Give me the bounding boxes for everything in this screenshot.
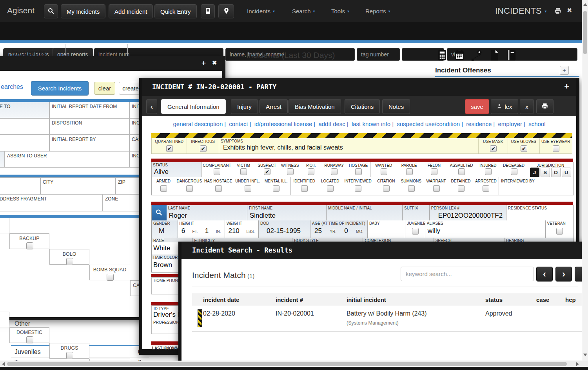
checkbox[interactable] <box>245 185 251 192</box>
link-id-professional-license[interactable]: id/professional license <box>254 121 312 127</box>
module-switcher[interactable]: INCIDENTS▾ <box>495 6 547 16</box>
checkbox[interactable] <box>355 185 361 192</box>
person-lex-field[interactable]: PERSON LEX #EP012OO200000TF2 <box>430 205 506 221</box>
form-field-address-fragment[interactable]: DDRESS FRAGMENT <box>0 194 103 211</box>
middle-name-field[interactable]: MIDDLE NAME / INITIAL <box>327 205 403 221</box>
keyword-search-input[interactable] <box>401 267 534 281</box>
checkbox[interactable] <box>215 185 222 192</box>
tab-injury[interactable]: Injury <box>231 99 258 114</box>
residence-status-field[interactable]: RESIDENCE STATUS <box>506 205 573 221</box>
checkbox[interactable] <box>26 336 33 343</box>
checkbox[interactable] <box>273 185 279 192</box>
checkbox[interactable] <box>521 145 527 152</box>
add-incident-button[interactable]: Add Incident <box>109 4 153 18</box>
checkbox[interactable] <box>264 168 270 175</box>
other-section-label[interactable]: Other <box>15 320 30 327</box>
link-school[interactable]: school <box>528 121 545 127</box>
print-party-button[interactable] <box>536 99 554 114</box>
user-button[interactable]: lex <box>491 99 518 114</box>
form-field[interactable] <box>0 177 40 194</box>
form-field[interactable]: E TO <box>0 102 49 118</box>
print-button[interactable] <box>554 7 562 16</box>
expand-icon[interactable]: + <box>564 81 569 92</box>
checkbox[interactable] <box>556 228 563 235</box>
checkbox[interactable] <box>240 168 247 175</box>
jurisdiction-option[interactable]: O <box>551 168 561 177</box>
next-page-button[interactable]: › <box>555 267 572 282</box>
add-offense-button[interactable]: + <box>560 66 569 75</box>
menu-search[interactable]: Search▾ <box>292 8 315 14</box>
search-window-titlebar[interactable]: + ✖ <box>0 56 222 71</box>
col-case[interactable]: case <box>536 296 565 303</box>
map-route-icon[interactable] <box>471 49 483 63</box>
prev-page-button[interactable]: ‹ <box>536 267 553 282</box>
prev-tab-button[interactable]: ‹ <box>146 99 157 114</box>
jurisdiction-option[interactable]: J <box>530 168 539 177</box>
checkbox[interactable] <box>308 168 314 175</box>
checkbox[interactable] <box>301 185 308 192</box>
form-field[interactable] <box>0 118 49 135</box>
jurisdiction-option[interactable]: S <box>541 168 550 177</box>
col-incident-date[interactable]: incident date <box>203 296 276 303</box>
horizontal-scrollbar-thumb[interactable] <box>7 362 567 366</box>
expand-icon[interactable]: + <box>201 59 206 67</box>
form-field-disposition[interactable]: DISPOSITION <box>49 118 129 135</box>
vertical-scrollbar[interactable] <box>582 0 588 361</box>
map-button[interactable] <box>218 4 234 18</box>
scroll-up-arrow[interactable] <box>583 3 587 6</box>
col-initial-incident[interactable]: initial incident <box>347 296 485 303</box>
status-field[interactable]: STATUSAlive <box>152 162 201 177</box>
close-icon[interactable]: ✖ <box>567 7 572 14</box>
checkbox[interactable] <box>327 185 334 192</box>
jurisdiction-option[interactable]: U <box>562 168 571 177</box>
tab-arrest[interactable]: Arrest <box>260 99 288 114</box>
checkbox[interactable] <box>458 185 465 192</box>
vertical-scrollbar-thumb[interactable] <box>583 11 587 54</box>
create-button[interactable]: create <box>119 82 142 95</box>
list-item[interactable]: Juveniles <box>15 348 41 356</box>
checkbox[interactable] <box>287 168 294 175</box>
scroll-down-arrow[interactable] <box>583 354 587 356</box>
forms-list-button[interactable] <box>201 4 215 18</box>
journal-icon[interactable] <box>505 49 517 63</box>
height-field[interactable]: HEIGHT 6FT.1IN. <box>178 220 225 238</box>
search-incidents-button[interactable]: Search Incidents <box>31 81 89 96</box>
dob-field[interactable]: DOB02-15-1995 <box>259 220 310 238</box>
checkbox[interactable] <box>66 352 73 359</box>
link-general-description[interactable]: general description <box>173 121 223 127</box>
menu-incidents[interactable]: Incidents▾ <box>247 8 275 14</box>
calendar-icon[interactable] <box>454 49 465 63</box>
tab-citations[interactable]: Citations <box>345 99 380 114</box>
checkbox[interactable] <box>66 258 73 265</box>
checkbox[interactable] <box>214 168 220 175</box>
col-status[interactable]: status <box>485 296 536 303</box>
results-window-titlebar[interactable]: Incident Search - Results <box>181 242 588 259</box>
scroll-left-arrow[interactable] <box>2 362 5 366</box>
quick-entry-button[interactable]: Quick Entry <box>154 4 197 18</box>
link-contact[interactable]: contact <box>229 121 248 127</box>
suffix-field[interactable]: SUFFIX <box>403 205 430 221</box>
checkbox[interactable] <box>511 168 517 175</box>
link-employer[interactable]: employer <box>498 121 522 127</box>
checkbox[interactable] <box>26 242 33 249</box>
close-party-button[interactable]: x <box>520 99 534 114</box>
my-incidents-button[interactable]: My Incidents <box>61 4 105 18</box>
checkbox[interactable] <box>458 168 465 175</box>
checkbox[interactable] <box>200 145 207 152</box>
age-field[interactable]: AGE (AT TIME OF INCIDENT) 25YR.0MO. <box>310 220 368 238</box>
checkbox[interactable] <box>160 185 167 192</box>
hazard-symptoms[interactable]: SYMPTOMSExhibits high fever, chills, and… <box>219 138 479 153</box>
form-field[interactable] <box>0 135 49 151</box>
stats-icon-calculator[interactable] <box>436 49 448 63</box>
aliases-field[interactable]: ALIASESwilly <box>425 220 546 238</box>
table-row[interactable]: 02-28-2020 IN-20-020001 Battery w/ Bodil… <box>192 306 587 331</box>
menu-reports[interactable]: Reports▾ <box>365 8 390 14</box>
checkbox[interactable] <box>553 145 559 152</box>
form-field-assign-to-user[interactable]: ASSIGN TO USER <box>5 151 129 168</box>
close-icon[interactable]: ✖ <box>212 60 217 66</box>
person-search-button[interactable] <box>152 205 167 221</box>
saved-searches-link[interactable]: earches <box>1 83 23 90</box>
link-addtl-desc[interactable]: addtl desc <box>318 121 345 127</box>
scroll-right-arrow[interactable] <box>576 362 579 366</box>
checkbox[interactable] <box>186 185 193 192</box>
